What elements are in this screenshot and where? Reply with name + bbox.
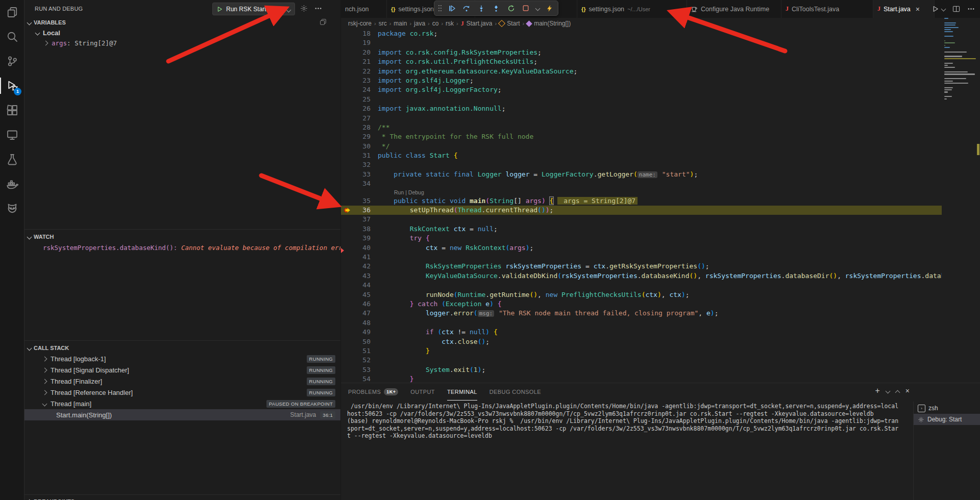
- line-number[interactable]: 21: [341, 57, 371, 66]
- line-number[interactable]: 29: [341, 132, 371, 141]
- line-number[interactable]: 33: [341, 170, 371, 179]
- line-number[interactable]: 46: [341, 299, 371, 309]
- activity-run-debug-icon[interactable]: 1: [0, 73, 24, 98]
- breakpoints-header[interactable]: BREAKPOINTS: [24, 496, 340, 500]
- line-number[interactable]: 30: [341, 142, 371, 151]
- breadcrumb-item[interactable]: java: [414, 20, 425, 27]
- variable-args[interactable]: args : String[2]@7: [24, 38, 340, 48]
- breadcrumb-item[interactable]: JStart.java: [461, 20, 493, 28]
- activity-extensions-icon[interactable]: [0, 98, 24, 122]
- session-zsh[interactable]: ›zsh: [914, 403, 980, 414]
- line-number[interactable]: 47: [341, 309, 371, 318]
- split-editor-icon[interactable]: [952, 5, 960, 13]
- line-number[interactable]: 50: [341, 337, 371, 346]
- breadcrumb-item[interactable]: src: [379, 20, 387, 27]
- code-editor[interactable]: 18package co.rsk;1920import co.rsk.confi…: [341, 29, 942, 383]
- toolbar-drag-grip[interactable]: [437, 3, 443, 14]
- line-number[interactable]: 23: [341, 76, 371, 85]
- line-number[interactable]: 43: [341, 271, 371, 281]
- tab-clitoolstest-java[interactable]: JCliToolsTest.java: [781, 0, 873, 18]
- step-over-icon[interactable]: [461, 3, 472, 14]
- line-number[interactable]: 37: [341, 215, 371, 224]
- line-number[interactable]: 25: [341, 95, 371, 104]
- breadcrumb-item[interactable]: main(String[]): [527, 20, 571, 27]
- restart-icon[interactable]: [505, 3, 517, 14]
- run-play-icon[interactable]: [216, 6, 223, 13]
- line-number[interactable]: 28: [341, 123, 371, 132]
- line-number[interactable]: 45: [341, 290, 371, 299]
- stop-icon[interactable]: [520, 3, 531, 14]
- more-actions-icon[interactable]: [314, 5, 322, 14]
- line-number[interactable]: 27: [341, 114, 371, 123]
- line-number[interactable]: 31: [341, 151, 371, 160]
- chevron-down-icon[interactable]: [886, 387, 890, 395]
- breadcrumb-item[interactable]: co: [432, 20, 439, 27]
- panel-tab-problems[interactable]: PROBLEMS1K+: [348, 383, 398, 401]
- panel-tab-output[interactable]: OUTPUT: [410, 383, 435, 401]
- line-number[interactable]: 35: [341, 196, 371, 206]
- line-number[interactable]: 41: [341, 253, 371, 262]
- codelens-run-debug[interactable]: Run | Debug: [341, 189, 942, 196]
- line-number[interactable]: 49: [341, 328, 371, 337]
- session-debug-start[interactable]: Debug: Start: [914, 414, 980, 425]
- launch-config-label[interactable]: Run RSK Start: [226, 6, 266, 13]
- activity-files-icon[interactable]: [0, 0, 24, 24]
- chevron-down-icon[interactable]: [287, 5, 290, 14]
- tab-nch-json[interactable]: nch.json: [341, 0, 387, 18]
- line-number[interactable]: 19: [341, 38, 371, 47]
- variables-header[interactable]: VARIABLES: [24, 17, 340, 28]
- thread-row[interactable]: Thread [Finalizer]RUNNING: [24, 376, 340, 387]
- tab-configure-java-runtime[interactable]: Configure Java Runtime: [687, 0, 781, 18]
- activity-source-control-icon[interactable]: [0, 49, 24, 73]
- minimap[interactable]: [944, 18, 976, 383]
- line-number[interactable]: 52: [341, 356, 371, 365]
- watch-expression-row[interactable]: rskSystemProperties.databaseKind(): Cann…: [43, 244, 340, 252]
- chevron-up-icon[interactable]: [896, 388, 899, 396]
- line-number[interactable]: 44: [341, 281, 371, 290]
- line-number[interactable]: 20: [341, 48, 371, 57]
- panel-tab-debug-console[interactable]: DEBUG CONSOLE: [489, 383, 541, 401]
- thread-row[interactable]: Thread [logback-1]RUNNING: [24, 353, 340, 364]
- line-number[interactable]: 39: [341, 234, 371, 243]
- line-number[interactable]: 36: [341, 206, 371, 215]
- line-number[interactable]: 42: [341, 262, 371, 271]
- line-number[interactable]: 26: [341, 104, 371, 113]
- thread-row[interactable]: Thread [Reference Handler]RUNNING: [24, 387, 340, 398]
- line-number[interactable]: 32: [341, 160, 371, 169]
- activity-testing-icon[interactable]: [0, 147, 24, 171]
- line-number[interactable]: 54: [341, 374, 371, 383]
- thread-row[interactable]: Thread [Signal Dispatcher]RUNNING: [24, 364, 340, 376]
- line-number[interactable]: 38: [341, 224, 371, 234]
- activity-search-icon[interactable]: [0, 24, 24, 49]
- run-java-icon[interactable]: [932, 5, 945, 13]
- line-number[interactable]: 18: [341, 29, 371, 38]
- close-panel-icon[interactable]: ×: [905, 387, 910, 395]
- breadcrumb-item[interactable]: rsk: [446, 20, 454, 27]
- continue-icon[interactable]: [446, 3, 457, 14]
- close-icon[interactable]: ×: [916, 5, 920, 13]
- breadcrumb-item[interactable]: rskj-core: [348, 20, 372, 27]
- line-number[interactable]: 48: [341, 318, 371, 328]
- new-terminal-icon[interactable]: +: [875, 387, 879, 395]
- activity-extension-pet-icon[interactable]: [0, 196, 24, 220]
- line-number[interactable]: 24: [341, 85, 371, 94]
- tab-settings-json[interactable]: {}settings.json~/.../User: [577, 0, 687, 18]
- tab-start-java[interactable]: JStart.java×: [873, 0, 935, 18]
- chevron-down-icon[interactable]: [535, 3, 540, 14]
- breadcrumb-item[interactable]: main: [394, 20, 407, 27]
- thread-row[interactable]: Thread [main]PAUSED ON BREAKPOINT: [24, 398, 340, 409]
- panel-tab-terminal[interactable]: TERMINAL: [447, 383, 477, 401]
- line-number[interactable]: 53: [341, 365, 371, 374]
- stack-frame-row[interactable]: Start.main(String[])Start.java36:1: [24, 409, 340, 420]
- overview-ruler[interactable]: [976, 0, 980, 383]
- more-actions-icon[interactable]: [967, 5, 975, 13]
- call-stack-header[interactable]: CALL STACK: [24, 343, 340, 353]
- gear-icon[interactable]: [300, 5, 308, 14]
- line-number[interactable]: 40: [341, 243, 371, 253]
- scope-local[interactable]: Local: [24, 28, 340, 38]
- watch-header[interactable]: WATCH: [24, 232, 340, 242]
- step-into-icon[interactable]: [476, 3, 487, 14]
- line-number[interactable]: 34: [341, 179, 371, 188]
- breadcrumb-item[interactable]: Start: [499, 20, 520, 27]
- line-number[interactable]: 51: [341, 346, 371, 356]
